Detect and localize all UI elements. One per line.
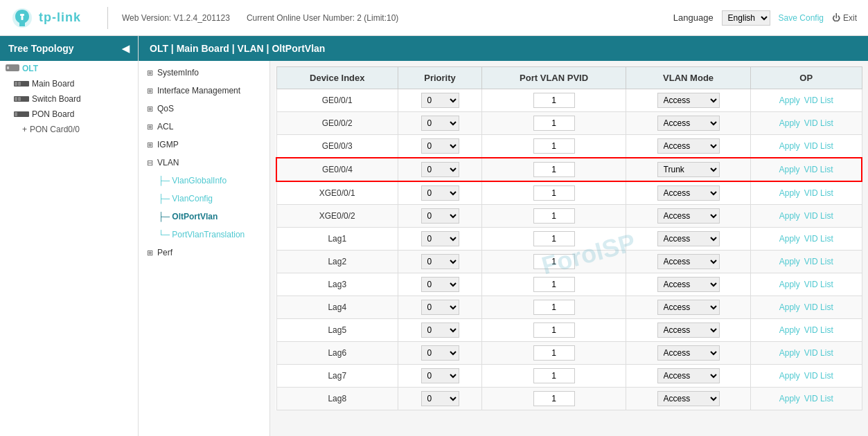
- save-config-button[interactable]: Save Config: [779, 13, 824, 23]
- pvid-input[interactable]: [533, 208, 575, 224]
- nav-item-igmp[interactable]: ⊞ IGMP: [139, 136, 269, 154]
- pvid-input[interactable]: [533, 93, 575, 108]
- vid-list-link[interactable]: VID List: [804, 348, 833, 358]
- cell-priority[interactable]: 01234567: [398, 388, 482, 410]
- cell-pvid[interactable]: [481, 342, 626, 365]
- apply-link[interactable]: Apply: [779, 302, 800, 312]
- priority-select[interactable]: 01234567: [421, 368, 459, 383]
- vid-list-link[interactable]: VID List: [804, 188, 833, 198]
- cell-vlan-mode[interactable]: AccessTrunkHybrid: [626, 365, 751, 388]
- cell-pvid[interactable]: [481, 181, 626, 205]
- pvid-input[interactable]: [533, 391, 575, 406]
- language-select[interactable]: English: [722, 10, 770, 26]
- vid-list-link[interactable]: VID List: [804, 371, 833, 381]
- priority-select[interactable]: 01234567: [421, 116, 459, 131]
- pvid-input[interactable]: [533, 323, 575, 338]
- sidebar-item-switch-board[interactable]: Switch Board: [0, 91, 138, 107]
- vid-list-link[interactable]: VID List: [804, 96, 833, 105]
- cell-vlan-mode[interactable]: AccessTrunkHybrid: [626, 135, 751, 158]
- nav-item-vlan-global-info[interactable]: ├─ VlanGlobalInfo: [139, 172, 269, 190]
- pvid-input[interactable]: [533, 231, 575, 246]
- pvid-input[interactable]: [533, 254, 575, 269]
- apply-link[interactable]: Apply: [779, 257, 800, 266]
- vid-list-link[interactable]: VID List: [804, 141, 833, 151]
- vlan-mode-select[interactable]: AccessTrunkHybrid: [657, 116, 720, 131]
- pvid-input[interactable]: [533, 138, 575, 154]
- pvid-input[interactable]: [533, 300, 575, 315]
- priority-select[interactable]: 01234567: [421, 254, 459, 269]
- apply-link[interactable]: Apply: [779, 371, 800, 381]
- cell-priority[interactable]: 01234567: [398, 135, 482, 158]
- priority-select[interactable]: 01234567: [421, 231, 459, 246]
- pvid-input[interactable]: [533, 162, 575, 177]
- cell-pvid[interactable]: [481, 228, 626, 251]
- cell-priority[interactable]: 01234567: [398, 205, 482, 228]
- pvid-input[interactable]: [533, 116, 575, 131]
- cell-pvid[interactable]: [481, 135, 626, 158]
- cell-priority[interactable]: 01234567: [398, 158, 482, 181]
- priority-select[interactable]: 01234567: [421, 185, 459, 201]
- cell-vlan-mode[interactable]: AccessTrunkHybrid: [626, 296, 751, 319]
- apply-link[interactable]: Apply: [779, 394, 800, 403]
- priority-select[interactable]: 01234567: [421, 300, 459, 315]
- priority-select[interactable]: 01234567: [421, 345, 459, 361]
- apply-link[interactable]: Apply: [779, 141, 800, 151]
- cell-pvid[interactable]: [481, 388, 626, 410]
- vlan-mode-select[interactable]: AccessTrunkHybrid: [657, 231, 720, 246]
- cell-vlan-mode[interactable]: AccessTrunkHybrid: [626, 388, 751, 410]
- cell-priority[interactable]: 01234567: [398, 181, 482, 205]
- pvid-input[interactable]: [533, 185, 575, 201]
- vlan-mode-select[interactable]: AccessTrunkHybrid: [657, 368, 720, 383]
- cell-vlan-mode[interactable]: AccessTrunkHybrid: [626, 228, 751, 251]
- vlan-mode-select[interactable]: AccessTrunkHybrid: [657, 93, 720, 108]
- priority-select[interactable]: 01234567: [421, 162, 459, 177]
- cell-priority[interactable]: 01234567: [398, 342, 482, 365]
- nav-item-port-vlan-translation[interactable]: └─ PortVlanTranslation: [139, 226, 269, 244]
- nav-item-acl[interactable]: ⊞ ACL: [139, 118, 269, 136]
- cell-pvid[interactable]: [481, 205, 626, 228]
- apply-link[interactable]: Apply: [779, 348, 800, 358]
- nav-item-olt-port-vlan[interactable]: ├─ OltPortVlan: [139, 208, 269, 226]
- exit-button[interactable]: ⏻ Exit: [832, 13, 857, 23]
- cell-vlan-mode[interactable]: AccessTrunkHybrid: [626, 112, 751, 135]
- nav-item-interface-management[interactable]: ⊞ Interface Management: [139, 82, 269, 100]
- nav-item-systeminfo[interactable]: ⊞ SystemInfo: [139, 64, 269, 82]
- cell-vlan-mode[interactable]: AccessTrunkHybrid: [626, 89, 751, 112]
- priority-select[interactable]: 01234567: [421, 391, 459, 406]
- cell-vlan-mode[interactable]: AccessTrunkHybrid: [626, 342, 751, 365]
- cell-vlan-mode[interactable]: AccessTrunkHybrid: [626, 181, 751, 205]
- sidebar-item-pon-card[interactable]: + PON Card0/0: [0, 122, 138, 137]
- cell-priority[interactable]: 01234567: [398, 112, 482, 135]
- vid-list-link[interactable]: VID List: [804, 118, 833, 128]
- pvid-input[interactable]: [533, 368, 575, 383]
- vid-list-link[interactable]: VID List: [804, 325, 833, 335]
- vid-list-link[interactable]: VID List: [804, 280, 833, 289]
- apply-link[interactable]: Apply: [779, 188, 800, 198]
- vid-list-link[interactable]: VID List: [804, 165, 833, 174]
- cell-vlan-mode[interactable]: AccessTrunkHybrid: [626, 251, 751, 273]
- priority-select[interactable]: 01234567: [421, 138, 459, 154]
- vlan-mode-select[interactable]: AccessTrunkHybrid: [657, 345, 720, 361]
- nav-item-vlan[interactable]: ⊟ VLAN: [139, 154, 269, 172]
- vlan-mode-select[interactable]: AccessTrunkHybrid: [657, 391, 720, 406]
- apply-link[interactable]: Apply: [779, 211, 800, 221]
- vlan-mode-select[interactable]: AccessTrunkHybrid: [657, 277, 720, 292]
- vlan-mode-select[interactable]: AccessTrunkHybrid: [657, 300, 720, 315]
- apply-link[interactable]: Apply: [779, 325, 800, 335]
- cell-priority[interactable]: 01234567: [398, 228, 482, 251]
- apply-link[interactable]: Apply: [779, 118, 800, 128]
- nav-item-perf[interactable]: ⊞ Perf: [139, 244, 269, 262]
- nav-item-qos[interactable]: ⊞ QoS: [139, 100, 269, 118]
- cell-priority[interactable]: 01234567: [398, 296, 482, 319]
- priority-select[interactable]: 01234567: [421, 208, 459, 224]
- cell-pvid[interactable]: [481, 296, 626, 319]
- cell-pvid[interactable]: [481, 112, 626, 135]
- cell-pvid[interactable]: [481, 158, 626, 181]
- priority-select[interactable]: 01234567: [421, 323, 459, 338]
- cell-priority[interactable]: 01234567: [398, 365, 482, 388]
- sidebar-item-pon-board[interactable]: PON Board: [0, 107, 138, 122]
- vlan-mode-select[interactable]: AccessTrunkHybrid: [657, 323, 720, 338]
- vid-list-link[interactable]: VID List: [804, 302, 833, 312]
- cell-pvid[interactable]: [481, 319, 626, 342]
- priority-select[interactable]: 01234567: [421, 277, 459, 292]
